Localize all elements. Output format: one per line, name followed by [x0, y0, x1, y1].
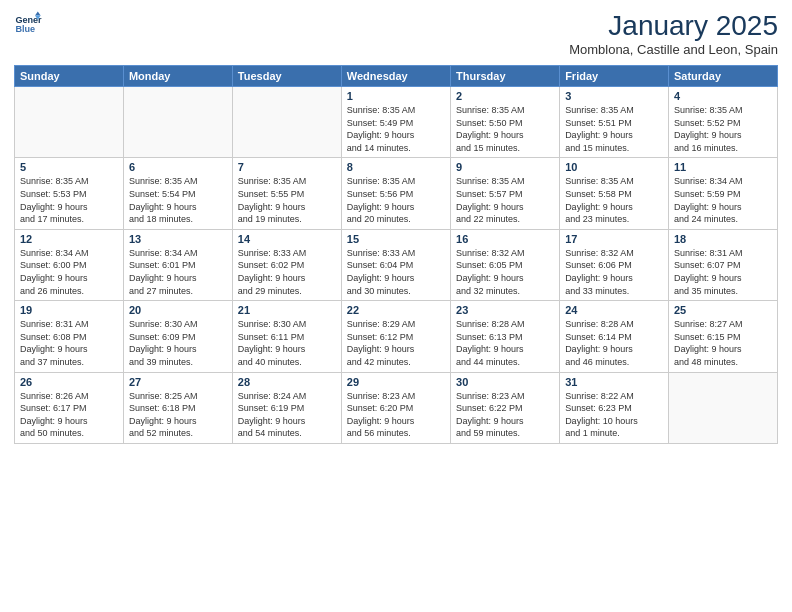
day-number: 18: [674, 233, 772, 245]
calendar-cell: 4Sunrise: 8:35 AM Sunset: 5:52 PM Daylig…: [668, 87, 777, 158]
subtitle: Momblona, Castille and Leon, Spain: [569, 42, 778, 57]
calendar-cell: [15, 87, 124, 158]
day-number: 21: [238, 304, 336, 316]
day-info: Sunrise: 8:23 AM Sunset: 6:20 PM Dayligh…: [347, 390, 445, 440]
weekday-header-friday: Friday: [560, 66, 669, 87]
calendar-cell: 24Sunrise: 8:28 AM Sunset: 6:14 PM Dayli…: [560, 301, 669, 372]
day-info: Sunrise: 8:25 AM Sunset: 6:18 PM Dayligh…: [129, 390, 227, 440]
day-number: 6: [129, 161, 227, 173]
day-number: 31: [565, 376, 663, 388]
day-info: Sunrise: 8:35 AM Sunset: 5:57 PM Dayligh…: [456, 175, 554, 225]
header: General Blue January 2025 Momblona, Cast…: [14, 10, 778, 57]
day-info: Sunrise: 8:27 AM Sunset: 6:15 PM Dayligh…: [674, 318, 772, 368]
day-info: Sunrise: 8:29 AM Sunset: 6:12 PM Dayligh…: [347, 318, 445, 368]
day-number: 14: [238, 233, 336, 245]
day-number: 10: [565, 161, 663, 173]
calendar-cell: 20Sunrise: 8:30 AM Sunset: 6:09 PM Dayli…: [123, 301, 232, 372]
calendar-cell: 31Sunrise: 8:22 AM Sunset: 6:23 PM Dayli…: [560, 372, 669, 443]
day-info: Sunrise: 8:31 AM Sunset: 6:08 PM Dayligh…: [20, 318, 118, 368]
calendar-cell: 1Sunrise: 8:35 AM Sunset: 5:49 PM Daylig…: [341, 87, 450, 158]
day-info: Sunrise: 8:35 AM Sunset: 5:51 PM Dayligh…: [565, 104, 663, 154]
day-number: 22: [347, 304, 445, 316]
day-number: 15: [347, 233, 445, 245]
calendar-cell: 23Sunrise: 8:28 AM Sunset: 6:13 PM Dayli…: [451, 301, 560, 372]
weekday-header-saturday: Saturday: [668, 66, 777, 87]
day-number: 1: [347, 90, 445, 102]
weekday-header-monday: Monday: [123, 66, 232, 87]
day-info: Sunrise: 8:33 AM Sunset: 6:04 PM Dayligh…: [347, 247, 445, 297]
calendar-cell: 19Sunrise: 8:31 AM Sunset: 6:08 PM Dayli…: [15, 301, 124, 372]
weekday-header-sunday: Sunday: [15, 66, 124, 87]
day-number: 17: [565, 233, 663, 245]
calendar-cell: [668, 372, 777, 443]
day-info: Sunrise: 8:24 AM Sunset: 6:19 PM Dayligh…: [238, 390, 336, 440]
day-info: Sunrise: 8:33 AM Sunset: 6:02 PM Dayligh…: [238, 247, 336, 297]
day-number: 11: [674, 161, 772, 173]
calendar-week-1: 5Sunrise: 8:35 AM Sunset: 5:53 PM Daylig…: [15, 158, 778, 229]
calendar-cell: 28Sunrise: 8:24 AM Sunset: 6:19 PM Dayli…: [232, 372, 341, 443]
calendar-week-0: 1Sunrise: 8:35 AM Sunset: 5:49 PM Daylig…: [15, 87, 778, 158]
day-info: Sunrise: 8:30 AM Sunset: 6:09 PM Dayligh…: [129, 318, 227, 368]
calendar-cell: 21Sunrise: 8:30 AM Sunset: 6:11 PM Dayli…: [232, 301, 341, 372]
svg-text:Blue: Blue: [15, 24, 35, 34]
weekday-header-row: SundayMondayTuesdayWednesdayThursdayFrid…: [15, 66, 778, 87]
day-info: Sunrise: 8:22 AM Sunset: 6:23 PM Dayligh…: [565, 390, 663, 440]
calendar-cell: 13Sunrise: 8:34 AM Sunset: 6:01 PM Dayli…: [123, 229, 232, 300]
calendar-cell: 25Sunrise: 8:27 AM Sunset: 6:15 PM Dayli…: [668, 301, 777, 372]
day-info: Sunrise: 8:35 AM Sunset: 5:52 PM Dayligh…: [674, 104, 772, 154]
day-info: Sunrise: 8:31 AM Sunset: 6:07 PM Dayligh…: [674, 247, 772, 297]
calendar: SundayMondayTuesdayWednesdayThursdayFrid…: [14, 65, 778, 444]
day-info: Sunrise: 8:28 AM Sunset: 6:13 PM Dayligh…: [456, 318, 554, 368]
calendar-cell: 12Sunrise: 8:34 AM Sunset: 6:00 PM Dayli…: [15, 229, 124, 300]
calendar-cell: 3Sunrise: 8:35 AM Sunset: 5:51 PM Daylig…: [560, 87, 669, 158]
calendar-cell: 5Sunrise: 8:35 AM Sunset: 5:53 PM Daylig…: [15, 158, 124, 229]
day-number: 30: [456, 376, 554, 388]
weekday-header-wednesday: Wednesday: [341, 66, 450, 87]
day-number: 26: [20, 376, 118, 388]
calendar-cell: 16Sunrise: 8:32 AM Sunset: 6:05 PM Dayli…: [451, 229, 560, 300]
calendar-cell: 9Sunrise: 8:35 AM Sunset: 5:57 PM Daylig…: [451, 158, 560, 229]
day-number: 3: [565, 90, 663, 102]
calendar-cell: [123, 87, 232, 158]
main-title: January 2025: [569, 10, 778, 42]
calendar-cell: 14Sunrise: 8:33 AM Sunset: 6:02 PM Dayli…: [232, 229, 341, 300]
day-number: 9: [456, 161, 554, 173]
logo-icon: General Blue: [14, 10, 42, 38]
logo: General Blue: [14, 10, 42, 38]
title-block: January 2025 Momblona, Castille and Leon…: [569, 10, 778, 57]
calendar-cell: 7Sunrise: 8:35 AM Sunset: 5:55 PM Daylig…: [232, 158, 341, 229]
day-info: Sunrise: 8:35 AM Sunset: 5:49 PM Dayligh…: [347, 104, 445, 154]
calendar-cell: 22Sunrise: 8:29 AM Sunset: 6:12 PM Dayli…: [341, 301, 450, 372]
day-info: Sunrise: 8:32 AM Sunset: 6:05 PM Dayligh…: [456, 247, 554, 297]
day-number: 19: [20, 304, 118, 316]
calendar-cell: 15Sunrise: 8:33 AM Sunset: 6:04 PM Dayli…: [341, 229, 450, 300]
calendar-week-4: 26Sunrise: 8:26 AM Sunset: 6:17 PM Dayli…: [15, 372, 778, 443]
calendar-cell: 2Sunrise: 8:35 AM Sunset: 5:50 PM Daylig…: [451, 87, 560, 158]
calendar-cell: 29Sunrise: 8:23 AM Sunset: 6:20 PM Dayli…: [341, 372, 450, 443]
day-number: 8: [347, 161, 445, 173]
day-number: 16: [456, 233, 554, 245]
svg-marker-2: [35, 11, 41, 15]
calendar-cell: 26Sunrise: 8:26 AM Sunset: 6:17 PM Dayli…: [15, 372, 124, 443]
calendar-cell: 30Sunrise: 8:23 AM Sunset: 6:22 PM Dayli…: [451, 372, 560, 443]
day-info: Sunrise: 8:34 AM Sunset: 5:59 PM Dayligh…: [674, 175, 772, 225]
calendar-week-3: 19Sunrise: 8:31 AM Sunset: 6:08 PM Dayli…: [15, 301, 778, 372]
calendar-cell: 6Sunrise: 8:35 AM Sunset: 5:54 PM Daylig…: [123, 158, 232, 229]
day-number: 5: [20, 161, 118, 173]
day-number: 25: [674, 304, 772, 316]
day-number: 23: [456, 304, 554, 316]
day-info: Sunrise: 8:35 AM Sunset: 5:53 PM Dayligh…: [20, 175, 118, 225]
day-number: 24: [565, 304, 663, 316]
day-number: 2: [456, 90, 554, 102]
calendar-cell: 10Sunrise: 8:35 AM Sunset: 5:58 PM Dayli…: [560, 158, 669, 229]
calendar-cell: 11Sunrise: 8:34 AM Sunset: 5:59 PM Dayli…: [668, 158, 777, 229]
day-number: 12: [20, 233, 118, 245]
day-info: Sunrise: 8:34 AM Sunset: 6:01 PM Dayligh…: [129, 247, 227, 297]
day-number: 27: [129, 376, 227, 388]
day-number: 28: [238, 376, 336, 388]
page: General Blue January 2025 Momblona, Cast…: [0, 0, 792, 612]
day-info: Sunrise: 8:35 AM Sunset: 5:50 PM Dayligh…: [456, 104, 554, 154]
day-number: 29: [347, 376, 445, 388]
day-number: 4: [674, 90, 772, 102]
day-info: Sunrise: 8:30 AM Sunset: 6:11 PM Dayligh…: [238, 318, 336, 368]
